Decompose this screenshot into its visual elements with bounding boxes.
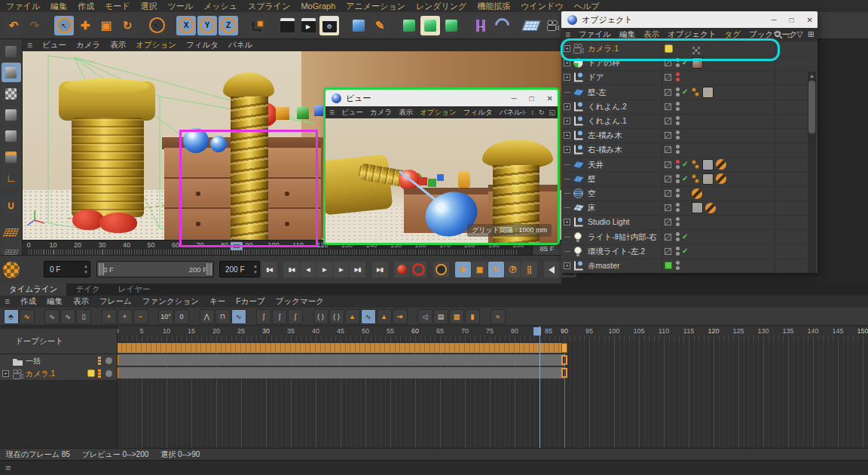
object-row-6[interactable]: +左-積み木 — [561, 128, 808, 143]
editor-visibility-toggle[interactable] — [665, 204, 671, 211]
editor-visibility-toggle[interactable] — [665, 132, 671, 139]
tangent-right-button[interactable]: ( ) — [329, 309, 344, 324]
timeline-menu-4[interactable]: ファンクション — [142, 296, 199, 307]
editor-visibility-toggle[interactable] — [665, 176, 671, 182]
object-row-10[interactable]: 空 — [561, 186, 808, 201]
make-editable-button[interactable] — [2, 41, 21, 61]
timeline-playhead-line[interactable] — [539, 326, 540, 448]
record-keyframe-button[interactable] — [394, 262, 410, 277]
timeline-menu-6[interactable]: Fカーブ — [236, 296, 264, 307]
record-position-button[interactable]: ✚ — [455, 262, 471, 277]
expand-toggle-icon[interactable]: + — [564, 45, 570, 52]
rotate-tool[interactable]: ↻ — [118, 16, 137, 35]
view-menu-0[interactable]: ビュー — [341, 108, 363, 118]
add-panel-icon[interactable]: ⊞ — [808, 29, 815, 39]
compositing-tag-icon[interactable] — [705, 203, 716, 213]
material-tag-icon[interactable] — [692, 202, 703, 213]
menubar-item-4[interactable]: 選択 — [141, 1, 157, 12]
point-mode-button[interactable] — [2, 105, 21, 124]
layer-tag-icon[interactable] — [665, 262, 672, 269]
timeline-track-row-1[interactable]: +カメラ.1 — [0, 367, 117, 381]
menubar-item-13[interactable]: ヘルプ — [574, 1, 600, 12]
object-manager-menu-3[interactable]: オブジェクト — [668, 29, 716, 40]
object-list[interactable]: ▲ ▼ +カメラ.1+ドアの枠✓+ドア壁-左✓+くれよん.2+くれよん.1+左-… — [561, 41, 818, 273]
polygon-mode-button[interactable] — [2, 147, 21, 167]
visibility-dot-top[interactable] — [676, 160, 680, 164]
instance-menu[interactable]: → — [471, 16, 491, 35]
z-axis-lock[interactable]: Z — [219, 16, 238, 35]
timeline-menu-7[interactable]: ブックマーク — [276, 296, 324, 307]
visibility-dot-top[interactable] — [676, 145, 680, 149]
view-menu-icon[interactable]: ≡ — [329, 107, 335, 118]
spinner-arrows-icon[interactable]: ▲▼ — [84, 263, 88, 275]
viewport-menu-5[interactable]: パネル — [228, 40, 252, 51]
target-tag-icon[interactable] — [692, 44, 701, 54]
visibility-dot-top[interactable] — [676, 58, 680, 62]
track-bar-0[interactable] — [117, 354, 564, 366]
scale-tool[interactable]: ▣ — [96, 16, 116, 35]
menubar-item-5[interactable]: ツール — [168, 1, 194, 12]
enabled-check-icon[interactable]: ✓ — [682, 247, 688, 255]
view-menu-5[interactable]: パネル — [500, 108, 521, 118]
view-menu-2[interactable]: 表示 — [399, 108, 413, 118]
timeline-menu-3[interactable]: フレーム — [99, 296, 132, 307]
solo-circle-icon[interactable] — [105, 370, 112, 377]
model-mode-button[interactable] — [2, 63, 21, 82]
object-row-14[interactable]: 環境ライト-左.2✓ — [561, 244, 808, 259]
expand-toggle-icon[interactable]: + — [564, 74, 570, 81]
menubar-item-6[interactable]: メッシュ — [203, 1, 237, 12]
object-manager-menu-2[interactable]: 表示 — [643, 29, 659, 40]
prev-key-button[interactable]: ▮◀ — [283, 262, 299, 277]
workplane-button[interactable] — [2, 222, 21, 242]
visibility-dot-bottom[interactable] — [676, 121, 680, 125]
visibility-dot-bottom[interactable] — [676, 222, 680, 226]
minimize-icon[interactable]: ─ — [511, 94, 516, 103]
menubar-item-0[interactable]: ファイル — [6, 1, 40, 12]
enabled-check-icon[interactable]: ✓ — [682, 58, 688, 66]
object-list-scrollbar[interactable]: ▲ ▼ — [808, 72, 816, 273]
object-row-1[interactable]: +ドアの枠✓ — [561, 56, 808, 71]
delete-keyframe-button[interactable]: − — [133, 309, 148, 324]
rotate-view-icon[interactable]: ↻ — [539, 109, 545, 116]
move-tool[interactable]: ✚ — [75, 16, 95, 35]
object-manager-menu-4[interactable]: タグ — [724, 29, 741, 40]
next-frame-button[interactable]: ▶ — [333, 262, 349, 277]
timeline-menu-icon[interactable]: ≡ — [5, 296, 10, 307]
filter-icon[interactable]: ▽ — [796, 29, 802, 39]
linear-interpolation-button[interactable]: ⋀ — [200, 309, 215, 324]
texture-mode-button[interactable] — [2, 84, 21, 103]
visibility-dot-top[interactable] — [676, 72, 680, 76]
visibility-dot-bottom[interactable] — [676, 194, 680, 198]
range-start-handle[interactable] — [99, 263, 104, 275]
visibility-dot-top[interactable] — [676, 247, 680, 250]
camera-object-menu[interactable] — [542, 16, 562, 35]
object-row-3[interactable]: 壁-左✓ — [561, 85, 808, 100]
viewport-menu-2[interactable]: 表示 — [110, 40, 126, 51]
visibility-dot-bottom[interactable] — [676, 63, 680, 67]
texture-paint-palette-icon[interactable] — [3, 262, 20, 278]
lock-key-button[interactable]: ▮ — [465, 309, 480, 324]
material-tag-icon[interactable] — [702, 173, 714, 185]
editor-visibility-toggle[interactable] — [665, 234, 671, 241]
viewport-menu-icon[interactable]: ≡ — [27, 40, 32, 51]
expand-toggle-icon[interactable]: + — [564, 132, 570, 139]
key-dots-icon[interactable] — [98, 357, 101, 365]
visibility-dot-bottom[interactable] — [676, 136, 680, 139]
visibility-dot-top[interactable] — [676, 232, 680, 236]
visibility-dot-bottom[interactable] — [676, 165, 680, 169]
object-row-8[interactable]: 天井✓ — [561, 158, 808, 173]
expand-toggle-icon[interactable]: + — [564, 219, 570, 225]
spline-arc-menu[interactable] — [492, 16, 512, 35]
phong-tag-icon[interactable] — [692, 160, 700, 170]
keyframe-selection-button[interactable] — [433, 262, 449, 277]
visibility-dot-bottom[interactable] — [676, 150, 680, 154]
y-axis-lock[interactable]: Y — [197, 16, 217, 35]
spinner-arrows-icon[interactable]: ▲▼ — [253, 263, 258, 275]
menubar-item-10[interactable]: レンダリング — [416, 1, 467, 12]
step-interpolation-button[interactable]: ⊓ — [215, 309, 231, 324]
visibility-dot-top[interactable] — [676, 116, 680, 120]
auto-tangent-button[interactable]: ∿ — [361, 309, 376, 324]
sound-button[interactable] — [544, 262, 560, 277]
material-tag-icon[interactable] — [702, 159, 714, 170]
scrollbar-thumb[interactable] — [808, 81, 815, 133]
